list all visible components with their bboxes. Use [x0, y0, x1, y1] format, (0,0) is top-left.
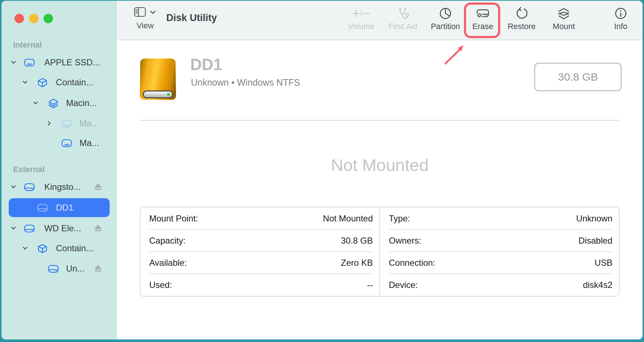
internal-drive-icon — [61, 119, 72, 129]
sidebar-item-label: APPLE SSD... — [44, 53, 100, 72]
sidebar-item-label: Kingsto... — [44, 178, 81, 196]
detail-row: Capacity:30.8 GB — [140, 229, 379, 252]
detail-row: Connection:USB — [380, 252, 619, 274]
sidebar-item-label: Contain... — [56, 73, 93, 92]
drive-led — [167, 93, 170, 96]
toolbar-button-first-aid[interactable]: First Aid — [381, 6, 425, 31]
toolbar-button-label: Info — [599, 22, 643, 31]
view-button-label: View — [131, 21, 159, 30]
container-box-icon — [37, 244, 48, 254]
drive-name: DD1 — [190, 56, 222, 74]
external-drive-icon — [24, 182, 35, 192]
mount-stack-icon — [557, 7, 570, 20]
sidebar-item-label: DD1 — [56, 198, 73, 217]
toolbar-button-label: Mount — [542, 22, 586, 31]
sidebar-item-macintosh-hd-2[interactable]: Ma... — [1, 134, 117, 152]
eject-icon[interactable] — [94, 224, 102, 232]
internal-drive-icon — [24, 58, 35, 68]
window-controls — [15, 14, 53, 23]
sidebar-item-container-2[interactable]: Contain... — [1, 239, 117, 258]
zoom-button[interactable] — [44, 14, 53, 23]
toolbar-button-label: First Aid — [381, 22, 425, 31]
sidebar-section-external: External — [13, 164, 45, 175]
detail-label: Available: — [149, 258, 187, 268]
chevron-down-icon[interactable] — [10, 59, 17, 66]
detail-value: Disabled — [579, 236, 612, 246]
detail-value: Unknown — [576, 213, 612, 224]
sidebar-item-label: Un... — [66, 259, 85, 278]
sidebar-item-label: Ma... — [80, 134, 99, 152]
view-button[interactable]: View — [131, 7, 159, 30]
toolbar-button-info[interactable]: Info — [599, 6, 643, 31]
eject-icon[interactable] — [94, 265, 102, 273]
add-remove-volume-icon — [351, 7, 371, 20]
detail-value: 30.8 GB — [341, 236, 373, 246]
external-drive-icon — [24, 224, 35, 234]
detail-label: Owners: — [389, 236, 421, 246]
toolbar-button-restore[interactable]: Restore — [500, 6, 543, 31]
detail-row: Owners:Disabled — [380, 229, 619, 252]
size-badge: 30.8 GB — [534, 63, 621, 91]
main-area: View Disk Utility Volume First Aid Parti… — [117, 1, 643, 339]
detail-label: Device: — [389, 280, 418, 290]
toolbar-button-label: Restore — [500, 22, 543, 31]
sidebar-item-apple-ssd[interactable]: APPLE SSD... — [1, 53, 117, 72]
detail-label: Type: — [389, 213, 410, 224]
internal-drive-icon — [61, 138, 72, 148]
detail-value: Not Mounted — [323, 213, 373, 224]
sidebar-item-macintosh-hd-sub[interactable]: Ma... — [1, 114, 117, 133]
window-title: Disk Utility — [166, 12, 217, 24]
sidebar-item-container-1[interactable]: Contain... — [1, 73, 117, 92]
sidebar-toggle-icon — [134, 7, 148, 18]
details-table: Mount Point:Not Mounted Capacity:30.8 GB… — [140, 207, 620, 297]
volume-layers-icon — [48, 98, 59, 109]
chevron-down-icon[interactable] — [32, 100, 39, 106]
toolbar-button-volume[interactable]: Volume — [339, 6, 383, 31]
chevron-down-icon[interactable] — [10, 225, 17, 232]
chevron-down-icon[interactable] — [22, 79, 28, 86]
detail-row: Type:Unknown — [380, 207, 619, 229]
drive-subtitle: Unknown • Windows NTFS — [191, 77, 300, 88]
external-drive-image — [140, 57, 176, 100]
sidebar-item-kingston[interactable]: Kingsto... — [1, 178, 117, 196]
detail-label: Mount Point: — [149, 213, 198, 224]
section-divider — [140, 120, 620, 121]
detail-row: Available:Zero KB — [140, 252, 379, 274]
detail-label: Capacity: — [149, 236, 186, 246]
toolbar-button-partition[interactable]: Partition — [424, 6, 467, 31]
detail-label: Connection: — [389, 258, 435, 268]
chevron-down-icon — [149, 7, 156, 18]
sidebar-item-wd-elements[interactable]: WD Ele... — [1, 219, 117, 238]
details-column-right: Type:Unknown Owners:Disabled Connection:… — [379, 207, 619, 296]
external-drive-icon — [37, 203, 48, 213]
external-drive-icon — [48, 264, 59, 274]
pie-chart-icon — [439, 7, 452, 20]
sidebar-item-macintosh-hd[interactable]: Macin... — [1, 94, 117, 113]
detail-value: -- — [367, 280, 373, 290]
chevron-down-icon[interactable] — [10, 184, 17, 190]
eject-icon[interactable] — [94, 183, 102, 191]
detail-label: Used: — [149, 280, 172, 290]
chevron-right-icon[interactable] — [46, 120, 53, 127]
detail-row: Mount Point:Not Mounted — [140, 207, 379, 229]
disk-utility-window: Internal APPLE SSD... Contain... Macin..… — [1, 1, 643, 339]
sidebar-item-label: Macin... — [66, 94, 97, 113]
toolbar-button-erase[interactable]: Erase — [461, 6, 505, 31]
container-box-icon — [37, 78, 48, 88]
close-button[interactable] — [15, 14, 24, 23]
sidebar-item-untitled[interactable]: Un... — [1, 259, 117, 278]
mount-status: Not Mounted — [140, 155, 620, 175]
annotation-arrow-icon — [442, 40, 478, 66]
chevron-down-icon[interactable] — [22, 245, 28, 252]
detail-row: Device:disk4s2 — [380, 274, 619, 296]
sidebar-item-dd1[interactable]: DD1 — [1, 198, 117, 217]
restore-arrow-icon — [515, 7, 528, 20]
detail-row: Used:-- — [140, 274, 379, 296]
minimize-button[interactable] — [29, 14, 38, 23]
sidebar-item-label: Contain... — [56, 239, 93, 258]
sidebar: Internal APPLE SSD... Contain... Macin..… — [1, 1, 117, 339]
toolbar-button-mount[interactable]: Mount — [542, 6, 586, 31]
toolbar-button-label: Partition — [424, 22, 467, 31]
content-pane: DD1 Unknown • Windows NTFS 30.8 GB Not M… — [117, 40, 643, 339]
details-column-left: Mount Point:Not Mounted Capacity:30.8 GB… — [140, 207, 379, 296]
